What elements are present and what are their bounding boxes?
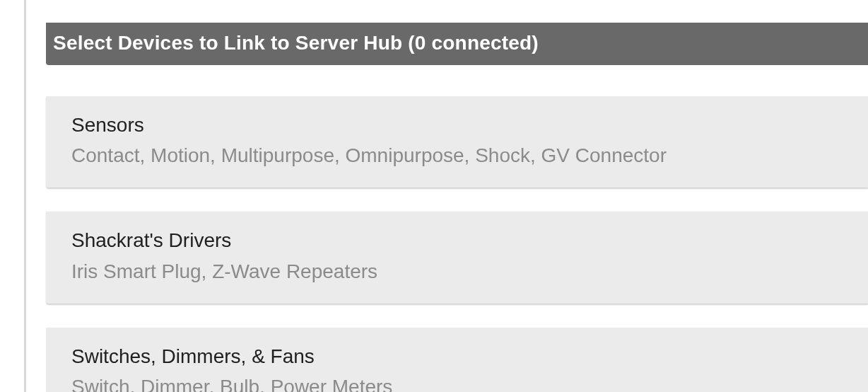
- category-subtitle: Switch, Dimmer, Bulb, Power Meters: [71, 372, 847, 392]
- category-title: Shackrat's Drivers: [71, 228, 847, 253]
- category-title: Switches, Dimmers, & Fans: [71, 344, 847, 369]
- category-subtitle: Iris Smart Plug, Z-Wave Repeaters: [71, 257, 847, 287]
- category-subtitle: Contact, Motion, Multipurpose, Omnipurpo…: [71, 141, 847, 171]
- section-header-title: Select Devices to Link to Server Hub (0 …: [53, 32, 539, 54]
- category-card-switches-dimmers-fans[interactable]: Switches, Dimmers, & Fans Switch, Dimmer…: [46, 328, 868, 392]
- section-header: Select Devices to Link to Server Hub (0 …: [46, 23, 868, 65]
- category-card-shackrats-drivers[interactable]: Shackrat's Drivers Iris Smart Plug, Z-Wa…: [46, 212, 868, 303]
- content-area: Select Devices to Link to Server Hub (0 …: [46, 23, 868, 392]
- left-border: [24, 0, 26, 392]
- category-card-sensors[interactable]: Sensors Contact, Motion, Multipurpose, O…: [46, 96, 868, 188]
- category-title: Sensors: [71, 113, 847, 138]
